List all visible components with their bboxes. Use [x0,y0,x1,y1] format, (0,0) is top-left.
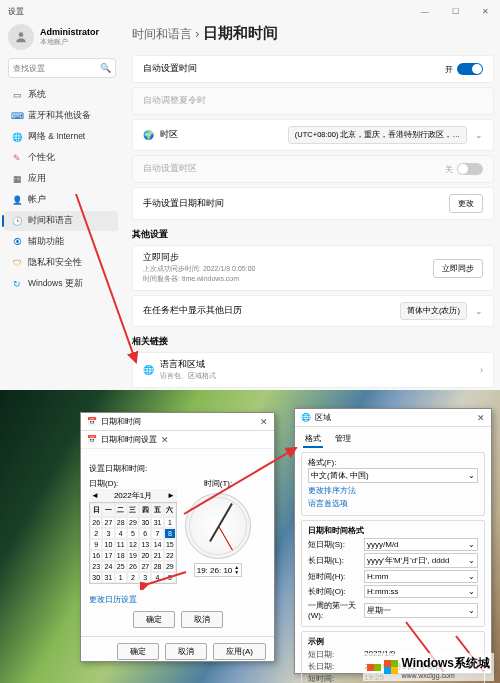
calendar-day[interactable]: 14 [151,539,163,550]
calendar-day[interactable]: 21 [151,550,163,561]
calendar-day[interactable]: 27 [102,517,114,528]
related-language-region[interactable]: 🌐 语言和区域 语言包、区域格式 › [132,352,494,388]
ok-button[interactable]: 确定 [117,643,159,660]
cancel-button[interactable]: 取消 [165,643,207,660]
calendar-day[interactable]: 5 [127,528,139,539]
setting-label: 自动设置时区 [143,163,445,175]
calendar-dow: 三 [127,503,139,517]
calendar-day[interactable]: 30 [90,572,102,583]
calendar-day[interactable]: 30 [139,517,151,528]
calendar-day[interactable]: 19 [127,550,139,561]
change-button[interactable]: 更改 [449,194,483,213]
search-input[interactable] [13,64,99,73]
calendar-day[interactable]: 11 [115,539,127,550]
calendar-day[interactable]: 15 [164,539,176,550]
minimize-button[interactable]: — [410,0,440,22]
long-time-combo[interactable]: H:mm:ss⌄ [364,585,478,598]
calendar-day[interactable]: 20 [139,550,151,561]
calendar-day[interactable]: 2 [127,572,139,583]
calendar-day[interactable]: 9 [90,539,102,550]
format-combo[interactable]: 中文(简体, 中国)⌄ [308,468,478,483]
setting-auto-time[interactable]: 自动设置时间 开 [132,55,494,83]
spin-down-icon[interactable]: ▼ [234,570,239,575]
calendar-day[interactable]: 10 [102,539,114,550]
apply-button[interactable]: 应用(A) [213,643,266,660]
ok-button[interactable]: 确定 [133,611,175,628]
lang-pref-link[interactable]: 语言首选项 [308,498,478,509]
tab-format[interactable]: 格式 [303,431,323,448]
sidebar-item-personalization[interactable]: ✎个性化 [4,148,118,168]
long-date-combo[interactable]: yyyy'年'M'月'd'日', dddd⌄ [364,553,478,568]
timezone-value[interactable]: (UTC+08:00) 北京，重庆，香港特别行政区，… [288,126,467,144]
setting-timezone[interactable]: 🌍 时区 (UTC+08:00) 北京，重庆，香港特别行政区，… ⌄ [132,119,494,151]
tray-cal-value[interactable]: 简体中文(农历) [400,302,467,320]
close-icon[interactable]: ✕ [161,435,169,445]
calendar-day[interactable]: 8 [164,528,176,539]
calendar-day[interactable]: 18 [115,550,127,561]
tab-admin[interactable]: 管理 [333,431,353,448]
maximize-button[interactable]: ☐ [440,0,470,22]
inner-dialog-titlebar[interactable]: 📅 日期和时间设置 ✕ [81,431,274,449]
sidebar-item-time-language[interactable]: 🕒时间和语言 [4,211,118,231]
calendar-grid[interactable]: 日一二三四五六262728293031123456789101112131415… [89,502,177,584]
calendar-day[interactable]: 13 [139,539,151,550]
calendar-day[interactable]: 22 [164,550,176,561]
close-icon[interactable]: ✕ [260,417,268,427]
sidebar-item-bluetooth[interactable]: ⌨蓝牙和其他设备 [4,106,118,126]
close-button[interactable]: ✕ [470,0,500,22]
user-block[interactable]: Administrator 本地账户 [8,24,99,50]
calendar-day[interactable]: 12 [127,539,139,550]
cancel-button[interactable]: 取消 [181,611,223,628]
sync-now-button[interactable]: 立即同步 [433,259,483,278]
sidebar-item-privacy[interactable]: 🛡隐私和安全性 [4,253,118,273]
calendar-day[interactable]: 23 [90,561,102,572]
sidebar-item-network[interactable]: 🌐网络 & Internet [4,127,118,147]
sort-method-link[interactable]: 更改排序方法 [308,485,478,496]
calendar-day[interactable]: 1 [115,572,127,583]
calendar-day[interactable]: 4 [151,572,163,583]
chevron-down-icon: ⌄ [475,306,483,316]
calendar-day[interactable]: 31 [151,517,163,528]
search-box[interactable]: 🔍 [8,58,116,78]
short-date-combo[interactable]: yyyy/M/d⌄ [364,538,478,551]
short-time-combo[interactable]: H:mm⌄ [364,570,478,583]
calendar-day[interactable]: 5 [164,572,176,583]
sidebar-item-accessibility[interactable]: ⦿辅助功能 [4,232,118,252]
sidebar-item-system[interactable]: ▭系统 [4,85,118,105]
prev-month-icon[interactable]: ◄ [91,491,99,500]
calendar[interactable]: ◄ 2022年1月 ► 日一二三四五六262728293031123456789… [89,489,177,584]
sidebar-item-apps[interactable]: ▦应用 [4,169,118,189]
calendar-day[interactable]: 4 [115,528,127,539]
calendar-day[interactable]: 16 [90,550,102,561]
calendar-day[interactable]: 27 [139,561,151,572]
calendar-day[interactable]: 24 [102,561,114,572]
calendar-day[interactable]: 1 [164,517,176,528]
sidebar-item-windows-update[interactable]: ↻Windows 更新 [4,274,118,294]
calendar-day[interactable]: 3 [102,528,114,539]
setting-tray-calendar[interactable]: 在任务栏中显示其他日历 简体中文(农历) ⌄ [132,295,494,327]
next-month-icon[interactable]: ► [167,491,175,500]
calendar-day[interactable]: 26 [90,517,102,528]
calendar-day[interactable]: 29 [164,561,176,572]
calendar-day[interactable]: 3 [139,572,151,583]
calendar-day[interactable]: 31 [102,572,114,583]
calendar-day[interactable]: 26 [127,561,139,572]
calendar-day[interactable]: 17 [102,550,114,561]
change-calendar-link[interactable]: 更改日历设置 [89,594,137,605]
sidebar-item-accounts[interactable]: 👤帐户 [4,190,118,210]
time-value[interactable]: 19: 26: 10 [197,566,233,575]
calendar-day[interactable]: 29 [127,517,139,528]
calendar-day[interactable]: 25 [115,561,127,572]
first-day-combo[interactable]: 星期一⌄ [364,603,478,618]
close-icon[interactable]: ✕ [477,413,485,423]
calendar-day[interactable]: 2 [90,528,102,539]
time-spinner[interactable]: 19: 26: 10 ▲▼ [194,563,243,577]
toggle-auto-time[interactable] [457,63,483,75]
calendar-day[interactable]: 6 [139,528,151,539]
dialog-titlebar[interactable]: 🌐 区域 ✕ [295,409,491,427]
calendar-day[interactable]: 7 [151,528,163,539]
calendar-day[interactable]: 28 [115,517,127,528]
dialog-titlebar[interactable]: 📅 日期和时间 ✕ [81,413,274,431]
breadcrumb-parent[interactable]: 时间和语言 [132,27,192,41]
calendar-day[interactable]: 28 [151,561,163,572]
